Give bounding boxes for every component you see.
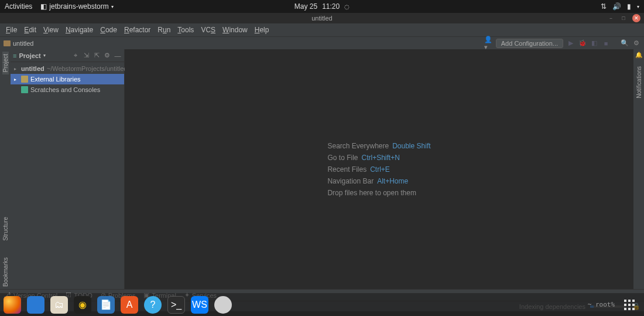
hint-recent-shortcut: Ctrl+E — [370, 165, 390, 174]
root-indicator: ~ root% — [588, 301, 615, 308]
project-panel-header: ≡ Project ▾ ⌖ ⇲ ⇱ ⚙ — — [11, 49, 124, 62]
dock-help[interactable]: ? — [144, 296, 162, 314]
maximize-button[interactable]: □ — [619, 14, 628, 22]
dock-rhythmbox[interactable]: ◉ — [74, 296, 91, 314]
left-tool-stripe: Project Structure Bookmarks — [0, 49, 11, 289]
tree-item-label: External Libraries — [30, 76, 81, 83]
time-label[interactable]: 11:20 — [322, 2, 340, 11]
navigation-bar: untitled 👤▾ Add Configuration... ▶ 🐞 ◧ ■… — [0, 36, 644, 49]
chevron-down-icon[interactable]: ▾ — [43, 53, 46, 58]
menu-help[interactable]: Help — [251, 26, 273, 34]
hint-recent-label: Recent Files — [327, 165, 366, 174]
hint-navbar-shortcut: Alt+Home — [377, 177, 408, 185]
dock-disc[interactable] — [214, 296, 232, 314]
select-opened-file-icon[interactable]: ⌖ — [71, 52, 80, 60]
menu-vcs[interactable]: VCS — [197, 26, 219, 34]
menu-refactor[interactable]: Refactor — [121, 26, 154, 34]
tab-bookmarks[interactable]: Bookmarks — [2, 255, 9, 289]
webstorm-icon: ◧ — [40, 2, 47, 11]
hide-panel-icon[interactable]: — — [114, 52, 122, 60]
editor-placeholder[interactable]: Search EverywhereDouble Shift Go to File… — [125, 49, 633, 289]
menu-tools[interactable]: Tools — [174, 26, 197, 34]
project-view-icon: ≡ — [13, 52, 16, 59]
tree-external-libraries[interactable]: ▸ External Libraries — [11, 74, 124, 84]
user-icon[interactable]: 👤▾ — [484, 39, 492, 47]
tab-project[interactable]: Project — [2, 52, 9, 74]
app-menu[interactable]: ◧ jetbrains-webstorm ▾ — [40, 2, 113, 11]
dock-software[interactable]: A — [121, 296, 138, 314]
dock-files[interactable]: 🗂 — [50, 296, 68, 314]
menu-file[interactable]: File — [2, 26, 20, 34]
folder-icon — [4, 40, 11, 46]
chevron-down-icon: ▾ — [111, 4, 114, 9]
right-tool-stripe: 🔔 Notifications — [633, 49, 644, 289]
window-title-bar: untitled － □ ✕ — [0, 13, 644, 23]
dock-firefox[interactable] — [4, 296, 21, 314]
tree-root-name: untitled — [21, 65, 44, 72]
collapse-all-icon[interactable]: ⇱ — [93, 52, 101, 60]
window-title: untitled — [311, 15, 332, 22]
debug-icon[interactable]: 🐞 — [578, 39, 587, 47]
show-applications-button[interactable] — [624, 300, 635, 310]
bell-icon[interactable]: 🔔 — [635, 52, 642, 58]
network-icon[interactable]: ⇅ — [601, 2, 607, 11]
hint-gotofile-label: Go to File — [327, 154, 358, 162]
run-icon[interactable]: ▶ — [567, 39, 575, 47]
hint-gotofile-shortcut: Ctrl+Shift+N — [361, 154, 399, 162]
menu-edit[interactable]: Edit — [20, 26, 40, 34]
tree-item-label: Scratches and Consoles — [30, 86, 100, 93]
dock-writer[interactable]: 📄 — [97, 296, 115, 314]
tab-notifications[interactable]: Notifications — [636, 64, 642, 100]
dock-thunderbird[interactable] — [27, 296, 44, 314]
main-area: Project Structure Bookmarks ≡ Project ▾ … — [0, 49, 644, 289]
breadcrumb-project[interactable]: untitled — [13, 40, 33, 47]
menu-bar: File Edit View Navigate Code Refactor Ru… — [0, 23, 644, 36]
date-label[interactable]: May 25 — [294, 2, 317, 11]
expand-arrow-icon[interactable]: ▸ — [14, 66, 16, 72]
menu-code[interactable]: Code — [97, 26, 121, 34]
add-configuration-button[interactable]: Add Configuration... — [496, 39, 563, 48]
battery-icon[interactable]: ▮ — [627, 2, 631, 11]
chevron-down-icon[interactable]: ▾ — [637, 4, 639, 9]
gnome-top-bar: Activities ◧ jetbrains-webstorm ▾ May 25… — [0, 0, 644, 13]
hint-search-shortcut: Double Shift — [392, 142, 430, 150]
project-tree: ▸ untitled ~/WebstormProjects/untitled ▸… — [11, 62, 124, 95]
tree-scratches[interactable]: Scratches and Consoles — [11, 84, 124, 95]
menu-run[interactable]: Run — [154, 26, 174, 34]
stop-icon[interactable]: ■ — [602, 39, 610, 47]
menu-window[interactable]: Window — [219, 26, 251, 34]
settings-icon[interactable]: ⚙ — [632, 39, 640, 47]
expand-all-icon[interactable]: ⇲ — [82, 52, 90, 60]
tree-root[interactable]: ▸ untitled ~/WebstormProjects/untitled — [11, 63, 124, 74]
menu-navigate[interactable]: Navigate — [62, 26, 97, 34]
tree-root-path: ~/WebstormProjects/untitled — [47, 65, 128, 72]
hint-navbar-label: Navigation Bar — [327, 177, 374, 185]
tab-structure[interactable]: Structure — [2, 215, 9, 243]
search-icon[interactable]: 🔍 — [621, 39, 629, 47]
panel-settings-icon[interactable]: ⚙ — [103, 52, 111, 60]
project-tool-window: ≡ Project ▾ ⌖ ⇲ ⇱ ⚙ — ▸ untitled ~/Webst… — [11, 49, 125, 289]
menu-view[interactable]: View — [40, 26, 62, 34]
gnome-dock: 🗂 ◉ 📄 A ? >_ WS ~ root% — [0, 293, 644, 316]
dock-terminal[interactable]: >_ — [167, 296, 185, 314]
scratch-icon — [21, 86, 28, 93]
hint-search-label: Search Everywhere — [327, 142, 389, 150]
notification-dnd-icon[interactable]: ◌ — [344, 4, 350, 10]
minimize-button[interactable]: － — [607, 14, 615, 22]
close-button[interactable]: ✕ — [632, 14, 640, 22]
project-panel-title[interactable]: Project — [19, 52, 40, 59]
activities-button[interactable]: Activities — [5, 2, 32, 11]
hint-drop-label: Drop files here to open them — [327, 189, 416, 197]
dock-webstorm[interactable]: WS — [191, 296, 208, 314]
volume-icon[interactable]: 🔊 — [612, 2, 621, 11]
coverage-icon[interactable]: ◧ — [590, 39, 598, 47]
library-icon — [21, 76, 28, 83]
expand-arrow-icon[interactable]: ▸ — [14, 77, 19, 82]
app-menu-label: jetbrains-webstorm — [49, 2, 108, 11]
